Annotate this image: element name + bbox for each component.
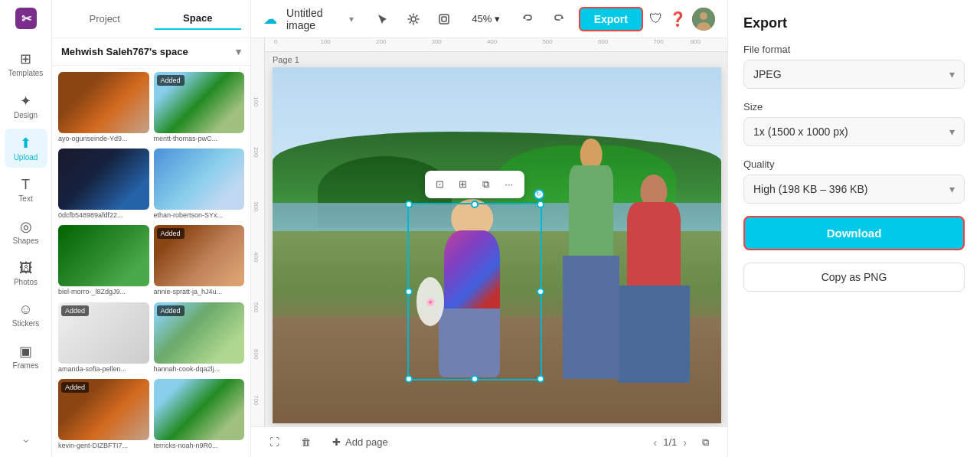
space-selector[interactable]: Mehwish Saleh767's space ▾ bbox=[52, 38, 250, 66]
redo-btn[interactable] bbox=[547, 7, 569, 31]
shapes-label: Shapes bbox=[13, 237, 39, 245]
list-item[interactable]: biel-morro-_l8ZdgJ9... bbox=[58, 225, 149, 297]
next-page-btn[interactable]: › bbox=[683, 436, 687, 449]
canvas-photo: 🌸 bbox=[273, 67, 721, 423]
image-thumbnail[interactable]: Added bbox=[154, 72, 245, 133]
main-area: ☁ Untitled image ▾ 45% ▾ Export 🛡 ❓ bbox=[251, 0, 727, 457]
app-logo[interactable]: ✂ bbox=[14, 6, 38, 31]
photos-icon: 🖼 bbox=[19, 260, 33, 276]
quality-label: Quality bbox=[743, 158, 965, 170]
sidebar-item-shapes[interactable]: ◎ Shapes bbox=[5, 212, 47, 251]
sidebar-item-photos[interactable]: 🖼 Photos bbox=[5, 254, 47, 292]
upload-icon: ⬆ bbox=[20, 135, 31, 152]
list-item[interactable]: Addedamanda-sofia-pellen... bbox=[58, 302, 149, 374]
size-select[interactable]: 1x (1500 x 1000 px) ▾ bbox=[743, 117, 965, 146]
add-page-label: Add page bbox=[345, 436, 388, 448]
quality-select[interactable]: High (198 KB – 396 KB) ▾ bbox=[743, 175, 965, 204]
chevron-down-icon: ▾ bbox=[236, 46, 241, 57]
sidebar-item-design[interactable]: ✦ Design bbox=[5, 87, 47, 126]
list-item[interactable]: Addedkevin-gent-DIZBFTI7... bbox=[58, 379, 149, 451]
svg-point-6 bbox=[700, 12, 707, 20]
image-thumbnail[interactable] bbox=[154, 149, 245, 210]
templates-icon: ⊞ bbox=[20, 51, 31, 67]
file-format-label: File format bbox=[743, 44, 965, 55]
frames-label: Frames bbox=[13, 361, 39, 370]
image-label: amanda-sofia-pellen... bbox=[58, 364, 149, 374]
size-section: Size 1x (1500 x 1000 px) ▾ bbox=[743, 101, 965, 146]
sidebar-item-text[interactable]: T Text bbox=[5, 171, 47, 209]
list-item[interactable]: Addedhannah-cook-dqa2lj... bbox=[154, 302, 245, 374]
undo-btn[interactable] bbox=[517, 7, 538, 31]
image-label: terricks-noah-n9R0... bbox=[154, 440, 245, 451]
image-label: hannah-cook-dqa2lj... bbox=[154, 364, 245, 374]
pan-tool-btn[interactable] bbox=[403, 7, 424, 31]
image-thumbnail[interactable] bbox=[58, 72, 149, 133]
tab-project[interactable]: Project bbox=[61, 8, 149, 30]
sidebar-item-frames[interactable]: ▣ Frames bbox=[5, 337, 47, 376]
page-navigation: ‹ 1/1 › bbox=[654, 436, 687, 449]
prev-page-btn[interactable]: ‹ bbox=[654, 436, 658, 449]
export-panel-title: Export bbox=[743, 15, 965, 31]
size-label: Size bbox=[743, 101, 965, 113]
list-item[interactable]: ayo-ogunseinde-Yd9... bbox=[58, 72, 149, 144]
added-badge: Added bbox=[157, 305, 185, 316]
select-tool-btn[interactable] bbox=[372, 7, 394, 31]
document-title-text: Untitled image bbox=[286, 7, 346, 31]
sidebar-item-templates[interactable]: ⊞ Templates bbox=[5, 44, 47, 83]
sidebar-item-upload[interactable]: ⬆ Upload bbox=[5, 129, 47, 168]
top-bar: ☁ Untitled image ▾ 45% ▾ Export 🛡 ❓ bbox=[251, 0, 727, 38]
image-thumbnail[interactable] bbox=[58, 225, 149, 286]
list-item[interactable]: ethan-robertson-SYx... bbox=[154, 149, 245, 220]
image-thumbnail[interactable]: Added bbox=[154, 225, 245, 286]
quality-value: High (198 KB – 396 KB) bbox=[753, 183, 867, 195]
image-label: ayo-ogunseinde-Yd9... bbox=[58, 133, 149, 144]
plus-icon: ✚ bbox=[332, 436, 341, 448]
added-badge: Added bbox=[61, 382, 89, 393]
bottom-bar: ⛶ 🗑 ✚ Add page ‹ 1/1 › ⧉ bbox=[251, 426, 727, 457]
list-item[interactable]: 0dcfb548989afdf22... bbox=[58, 149, 149, 220]
avatar[interactable] bbox=[692, 8, 715, 31]
delete-btn[interactable]: 🗑 bbox=[295, 433, 317, 451]
list-item[interactable]: terricks-noah-n9R0... bbox=[154, 379, 245, 451]
document-title[interactable]: Untitled image ▾ bbox=[286, 7, 354, 31]
sidebar-item-stickers[interactable]: ☺ Stickers bbox=[5, 295, 47, 334]
shapes-icon: ◎ bbox=[20, 218, 32, 235]
image-thumbnail[interactable] bbox=[154, 379, 245, 440]
side-panel: Project Space Mehwish Saleh767's space ▾… bbox=[52, 0, 251, 457]
file-format-select[interactable]: JPEG ▾ bbox=[743, 60, 965, 89]
list-item[interactable]: Addedmeritt-thomas-pwC... bbox=[154, 72, 245, 144]
canvas-page[interactable]: 🌸 bbox=[273, 67, 721, 423]
add-page-btn[interactable]: ✚ Add page bbox=[326, 433, 394, 451]
page-count: 1/1 bbox=[663, 436, 677, 448]
left-toolbar: ✂ ⊞ Templates ✦ Design ⬆ Upload T Text ◎… bbox=[0, 0, 52, 457]
tab-bar: Project Space bbox=[52, 0, 250, 38]
copy-png-button[interactable]: Copy as PNG bbox=[743, 263, 965, 292]
image-label: 0dcfb548989afdf22... bbox=[58, 210, 149, 220]
help-icon: ❓ bbox=[669, 11, 686, 28]
image-grid: ayo-ogunseinde-Yd9...Addedmeritt-thomas-… bbox=[52, 66, 250, 457]
photos-label: Photos bbox=[14, 278, 38, 286]
present-icon: ⧉ bbox=[702, 436, 709, 449]
image-thumbnail[interactable]: Added bbox=[58, 379, 149, 440]
export-button[interactable]: Export bbox=[579, 7, 643, 31]
frame-tool-btn[interactable] bbox=[433, 7, 455, 31]
stickers-label: Stickers bbox=[12, 319, 40, 328]
download-button[interactable]: Download bbox=[743, 216, 965, 250]
stickers-icon: ☺ bbox=[18, 302, 32, 318]
image-label: kevin-gent-DIZBFTI7... bbox=[58, 440, 149, 451]
added-badge: Added bbox=[157, 75, 185, 86]
present-btn[interactable]: ⧉ bbox=[696, 433, 715, 452]
image-thumbnail[interactable]: Added bbox=[58, 302, 149, 364]
svg-rect-4 bbox=[442, 17, 446, 21]
text-icon: T bbox=[21, 177, 30, 193]
zoom-chevron-icon: ▾ bbox=[495, 13, 500, 24]
zoom-control[interactable]: 45% ▾ bbox=[464, 10, 508, 28]
tab-space[interactable]: Space bbox=[155, 8, 242, 30]
full-screen-btn[interactable]: ⛶ bbox=[263, 433, 286, 451]
toolbar-collapse-btn[interactable]: ⌄ bbox=[15, 426, 37, 451]
list-item[interactable]: Addedannie-spratt-ja_hJ4u... bbox=[154, 225, 245, 297]
image-thumbnail[interactable] bbox=[58, 149, 149, 210]
image-thumbnail[interactable]: Added bbox=[154, 302, 245, 364]
zoom-level: 45% bbox=[472, 13, 492, 24]
space-name: Mehwish Saleh767's space bbox=[61, 46, 188, 57]
